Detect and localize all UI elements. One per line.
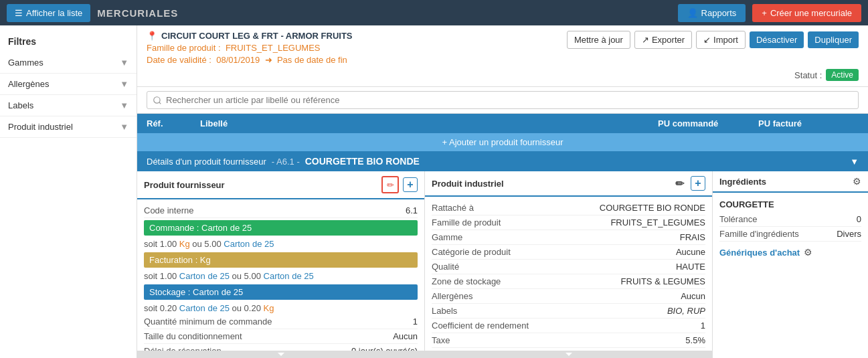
chevron-down-icon: ▼ <box>120 79 128 89</box>
status-area: Statut : Active <box>147 69 859 81</box>
allergenes-row: Allergènes Aucun <box>432 289 705 304</box>
mercuriale-date: Date de validité : 08/01/2019 ➜ Pas de d… <box>147 55 353 65</box>
dupliquer-button[interactable]: Dupliquer <box>808 31 859 48</box>
taille-cond-row: Taille du conditionnement Aucun <box>144 329 418 344</box>
search-bar <box>137 87 868 114</box>
scroll-down-button[interactable] <box>137 351 424 358</box>
categorie-row: Catégorie de produit Aucune <box>432 245 705 260</box>
status-badge: Active <box>826 69 859 81</box>
qte-min-row: Quantité minimum de commande 1 <box>144 315 418 329</box>
col-industriel-body: Rattaché à COURGETTE BIO RONDE Famille d… <box>425 197 712 351</box>
sidebar-item-labels[interactable]: Labels ▼ <box>0 95 137 116</box>
col-ingredients-header: Ingrédients ⚙ <box>713 171 868 193</box>
qualite-row: Qualité HAUTE <box>432 260 705 274</box>
ingredient-name: COURGETTE <box>719 197 861 212</box>
code-interne-row: Code interne 6.1 <box>144 203 418 218</box>
afficher-liste-button[interactable]: ☰ Afficher la liste <box>7 4 90 22</box>
chevron-down-icon <box>278 353 284 356</box>
rattache-row: Rattaché à COURGETTE BIO RONDE <box>432 201 705 215</box>
sidebar-item-produit-industriel[interactable]: Produit industriel ▼ <box>0 116 137 138</box>
mercuriale-meta: Famille de produit : FRUITS_ET_LEGUMES <box>147 43 353 53</box>
gamme-row: Gamme FRAIS <box>432 230 705 245</box>
content-area: 📍 CIRCUIT COURT LEG & FRT - ARMOR FRUITS… <box>137 25 868 358</box>
plus-icon: + <box>762 8 767 18</box>
coeff-row: Coefficient de rendement 1 <box>432 319 705 333</box>
creer-mercuriale-button[interactable]: + Créer une mercuriale <box>752 4 861 22</box>
app-title: MERCURIALES <box>97 7 671 19</box>
rapports-button[interactable]: 👤 Rapports <box>678 4 746 22</box>
edit-produit-button[interactable]: ✏ <box>381 176 399 193</box>
user-icon: 👤 <box>687 8 698 18</box>
edit-industriel-button[interactable]: ✏ <box>672 176 687 191</box>
col-industriel-actions: ✏ + <box>672 176 705 191</box>
arrow-icon: ➜ <box>265 55 272 65</box>
gear-ingredients-button[interactable]: ⚙ <box>853 176 861 187</box>
top-bar: ☰ Afficher la liste MERCURIALES 👤 Rappor… <box>0 0 868 25</box>
generiques-title: Génériques d'achat ⚙ <box>719 247 861 258</box>
col-produit-industriel: Produit industriel ✏ + Rattaché à COURGE… <box>425 171 713 358</box>
main-layout: Filtres Gammes ▼ Allergènes ▼ Labels ▼ P… <box>0 25 868 358</box>
exporter-button[interactable]: ↗ Exporter <box>634 31 692 49</box>
location-icon: 📍 <box>147 31 157 41</box>
chevron-down-icon: ▼ <box>120 100 128 110</box>
add-produit-button[interactable]: + <box>403 177 418 192</box>
list-icon: ☰ <box>15 8 23 18</box>
col-produit-actions: ✏ + <box>381 176 418 193</box>
sidebar-item-allergenes[interactable]: Allergènes ▼ <box>0 74 137 95</box>
facturation-sub-row: soit 1.00 Carton de 25 ou 5.00 Carton de… <box>144 270 418 282</box>
import-button[interactable]: ↙ Import <box>696 31 746 49</box>
collapse-icon[interactable]: ▼ <box>850 157 859 167</box>
gear-generiques-button[interactable]: ⚙ <box>804 247 812 258</box>
taxe-row: Taxe 5.5% <box>432 333 705 348</box>
zone-stockage-row: Zone de stockage FRUITS & LEGUMES <box>432 274 705 289</box>
table-header: Réf. Libellé PU commandé PU facturé <box>137 114 868 133</box>
three-columns: Produit fournisseur ✏ + Code interne 6.1… <box>137 171 868 358</box>
header-actions: Mettre à jour ↗ Exporter ↙ Import Désact… <box>567 31 859 49</box>
stockage-sub-row: soit 0.20 Carton de 25 ou 0.20 Kg <box>144 302 418 315</box>
col-produit-header: Produit fournisseur ✏ + <box>137 171 424 199</box>
commande-row: Commande : Carton de 25 <box>144 220 418 236</box>
col-ingredients: Ingrédients ⚙ COURGETTE Tolérance 0 Fami… <box>713 171 868 358</box>
sidebar-item-gammes[interactable]: Gammes ▼ <box>0 52 137 74</box>
scroll-down-industriel-button[interactable] <box>425 351 712 358</box>
labels-row: Labels BIO, RUP <box>432 304 705 319</box>
chevron-down-icon: ▼ <box>120 58 128 68</box>
search-input[interactable] <box>147 91 859 109</box>
famille-ingredients-row: Famille d'ingrédients Divers <box>719 227 861 242</box>
col-produit-fournisseur: Produit fournisseur ✏ + Code interne 6.1… <box>137 171 425 358</box>
detail-section-header: Détails d'un produit fournisseur - A6.1 … <box>137 151 868 171</box>
add-product-row[interactable]: + Ajouter un produit fournisseur <box>137 133 868 151</box>
col-produit-body: Code interne 6.1 Commande : Carton de 25… <box>137 199 424 351</box>
mettre-a-jour-button[interactable]: Mettre à jour <box>567 31 630 49</box>
mercuriale-title: 📍 CIRCUIT COURT LEG & FRT - ARMOR FRUITS <box>147 31 353 41</box>
add-industriel-button[interactable]: + <box>691 176 705 191</box>
content-header: 📍 CIRCUIT COURT LEG & FRT - ARMOR FRUITS… <box>137 25 868 87</box>
filters-title: Filtres <box>0 31 137 52</box>
commande-sub-row: soit 1.00 Kg ou 5.00 Carton de 25 <box>144 238 418 250</box>
chevron-down-icon <box>566 353 572 356</box>
col-industriel-header: Produit industriel ✏ + <box>425 171 712 197</box>
col-ingredients-body: COURGETTE Tolérance 0 Famille d'ingrédie… <box>713 193 868 358</box>
chevron-down-icon: ▼ <box>120 122 128 132</box>
sidebar: Filtres Gammes ▼ Allergènes ▼ Labels ▼ P… <box>0 25 137 358</box>
facturation-row: Facturation : Kg <box>144 252 418 268</box>
export-icon: ↗ <box>642 35 649 45</box>
stockage-row: Stockage : Carton de 25 <box>144 284 418 300</box>
delai-row: Délai de réservation 0 jour(s) ouvré(s) <box>144 344 418 351</box>
import-icon: ↙ <box>703 35 711 45</box>
famille-produit-row: Famille de produit FRUITS_ET_LEGUMES <box>432 215 705 230</box>
tolerance-row: Tolérance 0 <box>719 212 861 227</box>
desactiver-button[interactable]: Désactiver <box>750 31 804 48</box>
